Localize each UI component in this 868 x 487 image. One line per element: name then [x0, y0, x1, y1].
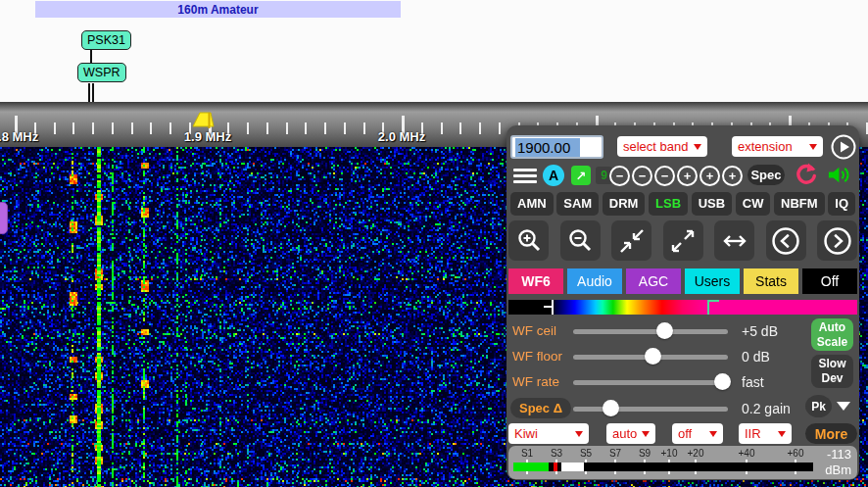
page-band-button[interactable]: [714, 220, 754, 261]
band-select-dropdown[interactable]: select band: [617, 136, 707, 157]
agc-a-badge[interactable]: A: [543, 165, 564, 186]
zoom-in-preset-1[interactable]: +: [677, 166, 698, 186]
extension-dropdown[interactable]: extension: [732, 136, 823, 157]
band-bar-160m-amateur[interactable]: 160m Amateur: [35, 1, 401, 18]
wf-floor-knob[interactable]: [645, 348, 661, 365]
scale-tick: [266, 122, 268, 134]
chevron-down-icon[interactable]: [837, 402, 850, 411]
s-meter-level-red: [554, 463, 557, 471]
zoom-out-preset-2[interactable]: −: [632, 166, 652, 186]
zoom-button-row: [508, 220, 857, 261]
tab-agc[interactable]: AGC: [626, 268, 681, 294]
mode-sam-button[interactable]: SAM: [556, 192, 599, 216]
scale-tick: [247, 122, 249, 134]
zoom-out-button[interactable]: [560, 220, 601, 261]
zoom-in-button[interactable]: [508, 220, 549, 261]
play-button[interactable]: [831, 134, 856, 160]
tab-stats[interactable]: Stats: [744, 268, 798, 294]
spec-button[interactable]: Spec: [747, 165, 785, 185]
zoom-in-preset-3[interactable]: +: [722, 166, 743, 186]
contrast-select-value: off: [678, 426, 692, 441]
dx-label-wspr[interactable]: WSPR: [77, 63, 126, 82]
frequency-input[interactable]: 1900.00: [510, 135, 603, 159]
dx-label-line: [92, 83, 94, 102]
waterfall-colormap-bar[interactable]: [508, 300, 857, 315]
s-meter-tick-label: +10: [661, 448, 678, 459]
passband-indicator[interactable]: [192, 106, 217, 129]
wf-rate-label: WF rate: [512, 374, 559, 389]
scale-tick: [169, 122, 171, 134]
shift-left-button[interactable]: [766, 220, 806, 261]
tab-audio[interactable]: Audio: [567, 268, 622, 294]
shift-right-button[interactable]: [817, 220, 857, 261]
wf-ceil-slider[interactable]: [573, 329, 728, 334]
zoom-out-max-button[interactable]: [663, 220, 703, 261]
aper-select-dropdown[interactable]: auto: [606, 423, 655, 444]
auto-scale-line2: Scale: [817, 335, 847, 350]
extension-label: extension: [738, 139, 793, 154]
refresh-icon[interactable]: [794, 163, 817, 186]
wf-rate-slider[interactable]: [573, 380, 728, 385]
wf-ceil-knob[interactable]: [656, 322, 673, 339]
slow-dev-line2: Dev: [821, 371, 843, 386]
colormap-select-dropdown[interactable]: Kiwi: [508, 423, 589, 444]
dx-label-psk31[interactable]: PSK31: [81, 30, 131, 50]
scale-tick: [131, 122, 133, 134]
zoom-out-preset-1[interactable]: −: [609, 166, 630, 186]
scale-frequency-label: 2.0 MHz: [378, 129, 425, 144]
chevron-down-icon: [694, 144, 701, 150]
mode-iq-button[interactable]: IQ: [828, 192, 855, 216]
magnifier-plus-icon: [514, 226, 544, 256]
chevron-down-icon: [778, 431, 786, 437]
scale-tick: [499, 122, 501, 134]
tab-off[interactable]: Off: [802, 268, 857, 294]
filter-select-dropdown[interactable]: IIR: [739, 423, 792, 444]
zoom-to-passband-button[interactable]: [611, 220, 651, 261]
scale-frequency-label: 1.9 MHz: [184, 129, 231, 144]
contrast-select-dropdown[interactable]: off: [672, 423, 723, 444]
mode-amn-button[interactable]: AMN: [510, 192, 554, 216]
mode-lsb-button[interactable]: LSB: [649, 192, 688, 216]
left-right-arrows-icon: [720, 226, 749, 256]
control-panel: 1900.00 select band extension A ↗ 9 − − …: [506, 125, 859, 480]
auto-scale-button[interactable]: Auto Scale: [811, 318, 853, 351]
s-meter-bar: [513, 463, 813, 471]
circle-chevron-right-icon: [821, 224, 854, 258]
mode-usb-button[interactable]: USB: [692, 192, 732, 216]
dx-label-line: [90, 50, 92, 63]
mode-drm-button[interactable]: DRM: [603, 192, 646, 216]
tab-wf6[interactable]: WF6: [508, 268, 563, 294]
s-meter-tick-label: S7: [609, 448, 621, 459]
colormap-floor-marker: [552, 300, 554, 315]
scale-tick: [344, 122, 346, 134]
zoom-out-preset-3[interactable]: −: [654, 166, 675, 186]
scale-tick: [54, 122, 56, 134]
slow-dev-button[interactable]: Slow Dev: [811, 355, 853, 388]
colormap-ceil-marker: [707, 300, 709, 315]
wf-ceil-value: +5 dB: [742, 323, 778, 339]
scale-tick: [150, 122, 152, 134]
mode-nbfm-button[interactable]: NBFM: [774, 192, 825, 216]
tab-users[interactable]: Users: [685, 268, 740, 294]
wf-rate-knob[interactable]: [714, 373, 731, 390]
menu-icon[interactable]: [513, 169, 537, 183]
spec-gain-knob[interactable]: [603, 400, 619, 416]
dx-label-line: [88, 83, 90, 102]
speaker-icon[interactable]: [826, 163, 850, 187]
chevron-down-icon: [575, 431, 583, 437]
zoom-in-preset-2[interactable]: +: [699, 166, 720, 186]
spec-delta-button[interactable]: Spec Δ: [510, 398, 571, 418]
s-meter-dbm-value: -113: [825, 447, 851, 463]
mode-button-row: AMN SAM DRM LSB USB CW NBFM IQ: [510, 191, 855, 216]
s-meter-tick-label: +20: [688, 448, 704, 459]
spec-gain-slider[interactable]: [573, 407, 728, 412]
s-meter-dbm-unit: dBm: [825, 463, 851, 478]
s-meter-tick-label: S3: [551, 448, 562, 459]
more-button[interactable]: More: [805, 423, 857, 444]
arrows-outward-icon: [668, 226, 698, 256]
peak-button[interactable]: Pk: [805, 395, 832, 417]
mode-cw-button[interactable]: CW: [736, 192, 771, 216]
external-link-icon[interactable]: ↗: [571, 166, 591, 185]
colormap-select-value: Kiwi: [514, 426, 538, 441]
wf-rate-row: WF rate fast: [506, 370, 859, 394]
